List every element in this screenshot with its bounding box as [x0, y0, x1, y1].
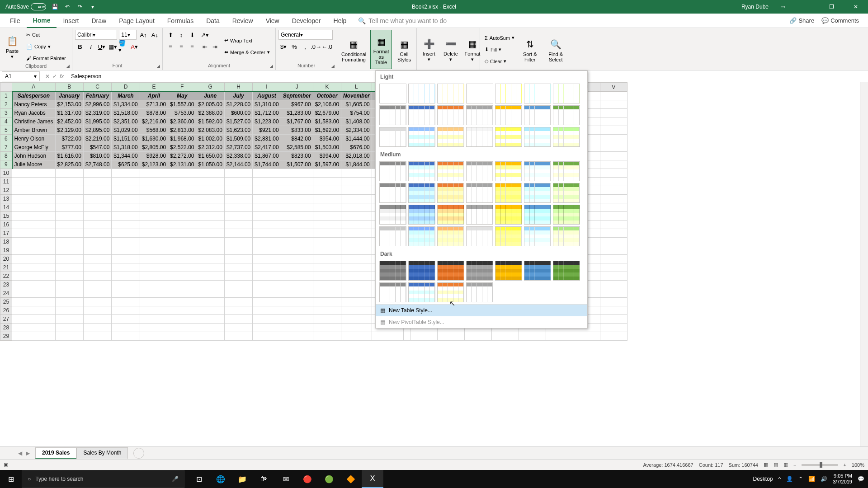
- decrease-decimal-icon[interactable]: ←.0: [322, 42, 332, 52]
- column-header[interactable]: A: [12, 83, 56, 92]
- table-style-swatch[interactable]: [466, 226, 493, 246]
- cell[interactable]: $625.00: [112, 160, 140, 169]
- cell[interactable]: $1,151.00: [112, 135, 140, 143]
- zoom-out-icon[interactable]: −: [793, 462, 796, 468]
- cell[interactable]: $2,319.00: [83, 109, 111, 117]
- table-style-swatch[interactable]: [553, 261, 580, 281]
- column-header[interactable]: D: [112, 83, 140, 92]
- fill-button[interactable]: ⬇ Fill ▾: [483, 45, 516, 55]
- column-header[interactable]: C: [83, 83, 111, 92]
- cell[interactable]: $2,585.00: [281, 143, 313, 152]
- table-style-swatch[interactable]: [437, 205, 464, 225]
- new-table-style-button[interactable]: ▦ New Table Style...: [376, 305, 587, 316]
- column-header[interactable]: V: [600, 83, 627, 92]
- cell[interactable]: $2,825.00: [55, 160, 83, 169]
- cell[interactable]: $1,844.00: [341, 160, 372, 169]
- cell[interactable]: Salesperson: [12, 92, 56, 100]
- save-icon[interactable]: 💾: [51, 3, 59, 11]
- table-style-swatch[interactable]: [437, 282, 464, 302]
- record-macro-icon[interactable]: ▣: [4, 462, 8, 468]
- cell[interactable]: January: [55, 92, 83, 100]
- cell[interactable]: $2,312.00: [196, 143, 224, 152]
- alignment-launcher-icon[interactable]: ◢: [268, 63, 274, 69]
- cell[interactable]: $1,692.00: [313, 126, 341, 135]
- table-style-swatch[interactable]: [495, 105, 522, 125]
- cell[interactable]: $1,557.00: [168, 100, 196, 109]
- cell[interactable]: Nancy Peters: [12, 100, 56, 109]
- table-style-swatch[interactable]: [379, 205, 406, 225]
- table-style-swatch[interactable]: [437, 226, 464, 246]
- align-center-icon[interactable]: ≡: [176, 41, 186, 51]
- cell[interactable]: August: [253, 92, 281, 100]
- view-normal-icon[interactable]: ▦: [764, 462, 768, 468]
- cell[interactable]: $967.00: [281, 100, 313, 109]
- cell[interactable]: $954.00: [313, 135, 341, 143]
- ribbon-options-icon[interactable]: ▭: [772, 0, 793, 14]
- table-style-swatch[interactable]: [553, 84, 580, 103]
- format-painter-button[interactable]: 🖌 Format Painter: [24, 53, 68, 63]
- bold-icon[interactable]: B: [75, 42, 85, 52]
- cell[interactable]: $842.00: [281, 135, 313, 143]
- tell-me-search[interactable]: 🔍 Tell me what you want to do: [358, 17, 447, 24]
- cell[interactable]: $2,131.00: [168, 160, 196, 169]
- underline-icon[interactable]: U▾: [97, 42, 107, 52]
- cell[interactable]: $2,216.00: [140, 117, 168, 126]
- cell[interactable]: $1,623.00: [224, 126, 252, 135]
- table-style-swatch[interactable]: [437, 161, 464, 181]
- font-launcher-icon[interactable]: ◢: [155, 63, 161, 69]
- tab-draw[interactable]: Draw: [85, 14, 113, 28]
- table-style-swatch[interactable]: [379, 183, 406, 203]
- cell[interactable]: Julie Moore: [12, 160, 56, 169]
- italic-icon[interactable]: I: [86, 42, 96, 52]
- sort-filter-button[interactable]: ⇅Sort & Filter: [519, 30, 541, 69]
- cell[interactable]: $568.00: [140, 126, 168, 135]
- tab-help[interactable]: Help: [327, 14, 353, 28]
- font-name-combo[interactable]: Calibri ▾: [75, 30, 117, 40]
- cell[interactable]: May: [168, 92, 196, 100]
- tab-developer[interactable]: Developer: [286, 14, 327, 28]
- table-style-swatch[interactable]: [437, 84, 464, 103]
- table-style-swatch[interactable]: [495, 161, 522, 181]
- sheet-nav-next-icon[interactable]: ▶: [26, 450, 30, 456]
- cell[interactable]: $2,018.00: [341, 152, 372, 160]
- delete-cells-button[interactable]: ➖Delete▾: [441, 30, 460, 69]
- cell[interactable]: June: [196, 92, 224, 100]
- table-style-swatch[interactable]: [408, 161, 435, 181]
- sheet-nav-prev-icon[interactable]: ◀: [18, 450, 22, 456]
- sheet-tab[interactable]: 2019 Sales: [35, 447, 76, 459]
- cell[interactable]: $2,123.00: [140, 160, 168, 169]
- cell[interactable]: $2,334.00: [341, 126, 372, 135]
- cell[interactable]: $777.00: [55, 143, 83, 152]
- cell[interactable]: $2,388.00: [196, 109, 224, 117]
- find-select-button[interactable]: 🔍Find & Select: [543, 30, 568, 69]
- table-style-swatch[interactable]: [495, 127, 522, 147]
- table-style-swatch[interactable]: [408, 282, 435, 302]
- app-icon[interactable]: 🔶: [340, 470, 362, 488]
- cell[interactable]: $2,522.00: [168, 143, 196, 152]
- fill-color-icon[interactable]: 🪣▾: [118, 42, 128, 52]
- tab-data[interactable]: Data: [200, 14, 226, 28]
- view-pagebreak-icon[interactable]: ▥: [783, 462, 788, 468]
- table-style-swatch[interactable]: [437, 261, 464, 281]
- column-header[interactable]: H: [224, 83, 252, 92]
- volume-icon[interactable]: 🔊: [821, 476, 827, 482]
- conditional-formatting-button[interactable]: ▦Conditional Formatting: [340, 30, 368, 69]
- table-style-swatch[interactable]: [408, 183, 435, 203]
- tab-home[interactable]: Home: [27, 14, 57, 28]
- table-style-swatch[interactable]: [495, 261, 522, 281]
- align-right-icon[interactable]: ≡: [187, 41, 197, 51]
- cell[interactable]: $1,592.00: [196, 117, 224, 126]
- cell[interactable]: November: [341, 92, 372, 100]
- table-style-swatch[interactable]: [466, 161, 493, 181]
- excel-taskbar-icon[interactable]: X: [362, 470, 383, 488]
- table-style-swatch[interactable]: [408, 105, 435, 125]
- cell[interactable]: $994.00: [313, 152, 341, 160]
- table-style-swatch[interactable]: [466, 183, 493, 203]
- cell[interactable]: $1,995.00: [83, 117, 111, 126]
- column-header[interactable]: J: [281, 83, 313, 92]
- cell[interactable]: $1,444.00: [341, 135, 372, 143]
- cell[interactable]: $1,509.00: [224, 135, 252, 143]
- table-style-swatch[interactable]: [379, 161, 406, 181]
- cell[interactable]: $1,605.00: [341, 100, 372, 109]
- zoom-slider[interactable]: [802, 464, 838, 466]
